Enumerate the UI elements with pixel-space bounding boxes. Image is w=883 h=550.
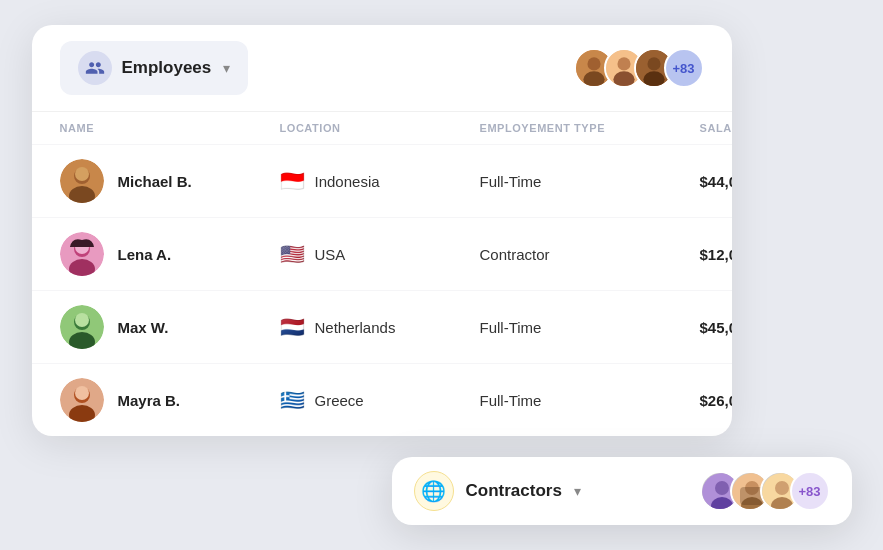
flag-3: 🇳🇱	[280, 315, 305, 339]
table-row: Max W. 🇳🇱 Netherlands Full-Time $45,000.…	[32, 290, 732, 363]
svg-point-24	[75, 386, 89, 400]
person-avatar-1	[60, 159, 104, 203]
salary-3: $45,000.00	[700, 319, 732, 336]
location-text-4: Greece	[315, 392, 364, 409]
employees-card: Employees ▾	[32, 25, 732, 436]
col-name: NAME	[60, 122, 280, 134]
contractors-avatar-group: +83	[700, 471, 830, 511]
person-avatar-4	[60, 378, 104, 422]
salary-2: $12,000.00	[700, 246, 732, 263]
svg-point-2	[583, 71, 604, 87]
col-salary: SALARY	[700, 122, 732, 134]
employees-dropdown[interactable]: Employees ▾	[60, 41, 249, 95]
svg-point-20	[75, 313, 89, 327]
card-header: Employees ▾	[32, 25, 732, 112]
flag-1: 🇮🇩	[280, 169, 305, 193]
contractors-label: Contractors	[466, 481, 562, 501]
location-cell-4: 🇬🇷 Greece	[280, 388, 480, 412]
employees-avatar-count: +83	[664, 48, 704, 88]
emp-type-4: Full-Time	[480, 392, 700, 409]
table-body: Michael B. 🇮🇩 Indonesia Full-Time $44,00…	[32, 144, 732, 436]
svg-point-1	[587, 57, 600, 70]
person-name-4: Mayra B.	[118, 392, 181, 409]
svg-point-8	[643, 71, 664, 87]
person-avatar-3	[60, 305, 104, 349]
location-cell-2: 🇺🇸 USA	[280, 242, 480, 266]
emp-type-1: Full-Time	[480, 173, 700, 190]
employees-chevron: ▾	[223, 60, 230, 76]
flag-2: 🇺🇸	[280, 242, 305, 266]
name-cell-4: Mayra B.	[60, 378, 280, 422]
contractors-card: 🌐 Contractors ▾	[392, 457, 852, 525]
employees-avatar-group: +83	[574, 48, 704, 88]
table-row: Lena A. 🇺🇸 USA Contractor $12,000.00	[32, 217, 732, 290]
person-name-2: Lena A.	[118, 246, 172, 263]
salary-4: $26,000.00	[700, 392, 732, 409]
svg-point-12	[75, 167, 89, 181]
col-emptype: EMPLOYEMENT TYPE	[480, 122, 700, 134]
contractors-chevron: ▾	[574, 483, 581, 499]
location-text-2: USA	[315, 246, 346, 263]
table-header: NAME LOCATION EMPLOYEMENT TYPE SALARY	[32, 112, 732, 144]
employees-icon	[78, 51, 112, 85]
scene: Employees ▾	[32, 25, 852, 525]
flag-4: 🇬🇷	[280, 388, 305, 412]
svg-point-33	[775, 481, 789, 495]
table-row: Mayra B. 🇬🇷 Greece Full-Time $26,000.00	[32, 363, 732, 436]
svg-point-7	[647, 57, 660, 70]
person-avatar-2	[60, 232, 104, 276]
name-cell-3: Max W.	[60, 305, 280, 349]
employees-label: Employees	[122, 58, 212, 78]
svg-point-4	[617, 57, 630, 70]
contractors-avatar-count: +83	[790, 471, 830, 511]
col-location: LOCATION	[280, 122, 480, 134]
emp-type-2: Contractor	[480, 246, 700, 263]
person-name-3: Max W.	[118, 319, 169, 336]
name-cell-2: Lena A.	[60, 232, 280, 276]
location-text-1: Indonesia	[315, 173, 380, 190]
person-name-1: Michael B.	[118, 173, 192, 190]
contractors-icon: 🌐	[414, 471, 454, 511]
contractors-dropdown[interactable]: 🌐 Contractors ▾	[414, 471, 581, 511]
location-cell-3: 🇳🇱 Netherlands	[280, 315, 480, 339]
emp-type-3: Full-Time	[480, 319, 700, 336]
location-cell-1: 🇮🇩 Indonesia	[280, 169, 480, 193]
location-text-3: Netherlands	[315, 319, 396, 336]
svg-point-26	[715, 481, 729, 495]
table-row: Michael B. 🇮🇩 Indonesia Full-Time $44,00…	[32, 144, 732, 217]
svg-point-5	[613, 71, 634, 87]
name-cell-1: Michael B.	[60, 159, 280, 203]
salary-1: $44,000.00	[700, 173, 732, 190]
